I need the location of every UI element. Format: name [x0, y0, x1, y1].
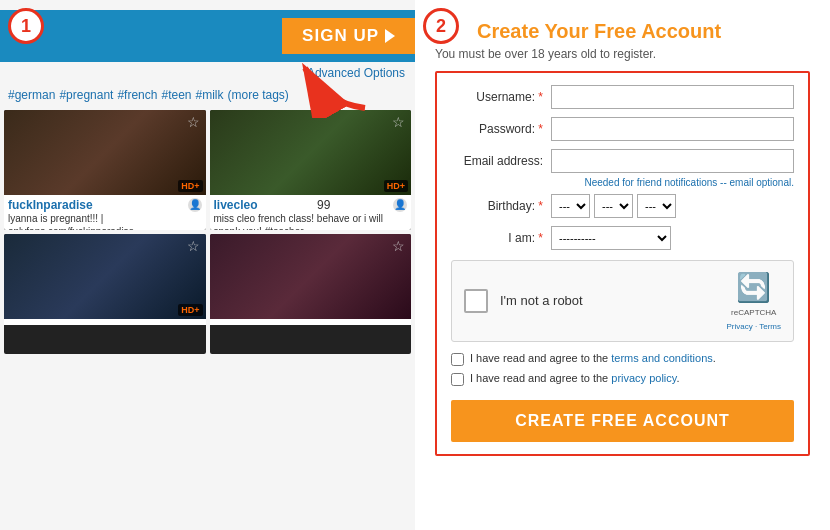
- password-input[interactable]: [551, 117, 794, 141]
- username-link[interactable]: fuckInparadise: [8, 198, 93, 212]
- score: 99: [317, 198, 330, 212]
- tag-french[interactable]: #french: [117, 88, 157, 102]
- terms-checkbox-row: I have read and agree to the terms and c…: [451, 352, 794, 366]
- thumbnail-image: HD+ ☆: [210, 110, 412, 195]
- thumb-info: livecleo 99 👤 miss cleo french class! be…: [210, 195, 412, 230]
- list-item[interactable]: HD+ ☆: [4, 234, 206, 354]
- birthday-day-select[interactable]: ---: [594, 194, 633, 218]
- star-icon[interactable]: ☆: [187, 114, 200, 130]
- tag-milk[interactable]: #milk: [195, 88, 223, 102]
- email-row: Email address:: [451, 149, 794, 173]
- birthday-year-select[interactable]: ---: [637, 194, 676, 218]
- username-input[interactable]: [551, 85, 794, 109]
- thumb-info: fuckInparadise 👤 lyanna is pregnant!!! |…: [4, 195, 206, 230]
- user-icon: 👤: [393, 198, 407, 212]
- signup-label: SIGN UP: [302, 26, 379, 46]
- username-link[interactable]: livecleo: [214, 198, 258, 212]
- iam-row: I am: * ----------: [451, 226, 794, 250]
- thumb-info: [210, 319, 412, 325]
- privacy-checkbox[interactable]: [451, 373, 464, 386]
- list-item[interactable]: HD+ ☆ fuckInparadise 👤 lyanna is pregnan…: [4, 110, 206, 230]
- hd-badge: HD+: [384, 180, 408, 192]
- star-icon[interactable]: ☆: [392, 238, 405, 254]
- email-input[interactable]: [551, 149, 794, 173]
- recaptcha-right: 🔄 reCAPTCHA Privacy · Terms: [726, 271, 781, 331]
- recaptcha-links[interactable]: Privacy · Terms: [726, 322, 781, 331]
- privacy-text: I have read and agree to the privacy pol…: [470, 372, 680, 384]
- arrow-right-icon: [385, 29, 395, 43]
- tag-german[interactable]: #german: [8, 88, 55, 102]
- privacy-checkbox-row: I have read and agree to the privacy pol…: [451, 372, 794, 386]
- form-title: Create Your Free Account: [477, 20, 810, 43]
- password-row: Password: *: [451, 117, 794, 141]
- card-description: miss cleo french class! behave or i will…: [214, 212, 408, 230]
- user-icon: 👤: [188, 198, 202, 212]
- birthday-row: Birthday: * --- --- ---: [451, 194, 794, 218]
- thumbnail-image: HD+ ☆: [4, 110, 206, 195]
- recaptcha-logo-icon: 🔄: [736, 271, 771, 304]
- hd-badge: HD+: [178, 180, 202, 192]
- step-2-circle: 2: [423, 8, 459, 44]
- thumbnails-grid: HD+ ☆ fuckInparadise 👤 lyanna is pregnan…: [0, 106, 415, 358]
- birthday-month-select[interactable]: ---: [551, 194, 590, 218]
- form-subtitle: You must be over 18 years old to registe…: [435, 47, 810, 61]
- thumbnail-image: HD+ ☆: [4, 234, 206, 319]
- iam-select[interactable]: ----------: [551, 226, 671, 250]
- terms-checkbox[interactable]: [451, 353, 464, 366]
- recaptcha-text: I'm not a robot: [500, 293, 583, 308]
- email-note: Needed for friend notifications -- email…: [451, 177, 794, 188]
- terms-link[interactable]: terms and conditions: [611, 352, 713, 364]
- username-row: Username: *: [451, 85, 794, 109]
- username-label: Username: *: [451, 90, 551, 104]
- recaptcha-box: I'm not a robot 🔄 reCAPTCHA Privacy · Te…: [451, 260, 794, 342]
- tag-pregnant[interactable]: #pregnant: [59, 88, 113, 102]
- terms-text: I have read and agree to the terms and c…: [470, 352, 716, 364]
- email-label: Email address:: [451, 154, 551, 168]
- thumbnail-image: ☆: [210, 234, 412, 319]
- tag-teen[interactable]: #teen: [161, 88, 191, 102]
- star-icon[interactable]: ☆: [187, 238, 200, 254]
- thumb-info: [4, 319, 206, 325]
- create-account-button[interactable]: CREATE FREE ACCOUNT: [451, 400, 794, 442]
- more-tags-link[interactable]: (more tags): [228, 88, 289, 102]
- card-description: lyanna is pregnant!!! | onlyfans.com/fuc…: [8, 212, 202, 230]
- list-item[interactable]: ☆: [210, 234, 412, 354]
- recaptcha-left: I'm not a robot: [464, 289, 583, 313]
- right-panel: 2 Create Your Free Account You must be o…: [415, 0, 830, 530]
- hd-badge: HD+: [178, 304, 202, 316]
- registration-form: Username: * Password: * Email address: N…: [435, 71, 810, 456]
- birthday-selects: --- --- ---: [551, 194, 676, 218]
- password-label: Password: *: [451, 122, 551, 136]
- recaptcha-label: reCAPTCHA: [731, 308, 776, 318]
- birthday-label: Birthday: *: [451, 199, 551, 213]
- list-item[interactable]: HD+ ☆ livecleo 99 👤 miss cleo french cla…: [210, 110, 412, 230]
- recaptcha-checkbox[interactable]: [464, 289, 488, 313]
- iam-label: I am: *: [451, 231, 551, 245]
- left-panel: 1 SIGN UP Advanced Options #german #preg…: [0, 0, 415, 530]
- star-icon[interactable]: ☆: [392, 114, 405, 130]
- step-1-circle: 1: [8, 8, 44, 44]
- red-arrow-icon: [295, 48, 385, 118]
- privacy-link[interactable]: privacy policy: [611, 372, 676, 384]
